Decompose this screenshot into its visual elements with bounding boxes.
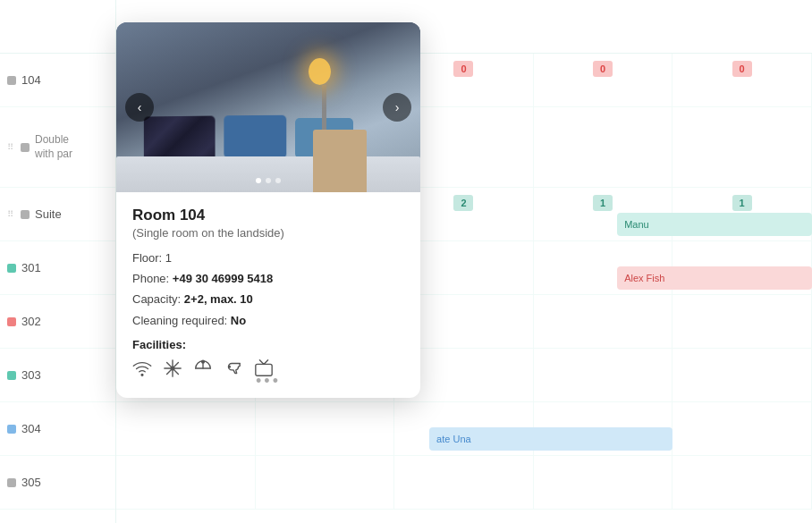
popup-phone: Phone: +49 30 46999 5418 (132, 271, 404, 287)
room-color-305 (7, 478, 16, 487)
sidebar-header (0, 0, 115, 54)
booking-alex-fish-label: Alex Fish (624, 273, 664, 283)
grid-cell-302-5 (672, 295, 812, 348)
wall-bg (116, 22, 420, 124)
popup-capacity: Capacity: 2+2, max. 10 (132, 291, 404, 308)
room-color-304 (7, 425, 16, 434)
grid-row-305 (116, 456, 812, 510)
popup-content: Room 104 (Single room on the landside) F… (116, 192, 420, 398)
room-row-304[interactable]: 304 (0, 402, 115, 456)
grid-cell-104-5: 0 (672, 54, 812, 106)
room-image-bg (116, 22, 420, 192)
cleaning-label: Cleaning required: (132, 314, 227, 327)
popup-card: ‹ › Room 104 (Single room on the landsid… (116, 22, 420, 398)
room-color-104 (7, 76, 16, 85)
carousel-dots (256, 178, 281, 183)
phone-label: Phone: (132, 272, 169, 285)
grid-cell-305-4 (534, 456, 673, 509)
room-label-303: 303 (21, 368, 41, 382)
room-label-double: Doublewith par (35, 133, 72, 161)
grid-cell-302-4 (534, 295, 673, 348)
avail-badge-0-5: 0 (732, 61, 752, 77)
booking-ate-una[interactable]: ate Una (429, 427, 672, 451)
grid-cell-304-2 (256, 402, 395, 455)
popup-room-subtitle: (Single room on the landside) (132, 226, 404, 240)
carousel-prev-button[interactable]: ‹ (125, 93, 154, 122)
grid-cell-303-5 (672, 349, 812, 401)
grid-cell-305-2 (256, 456, 395, 509)
cleaning-value: No (231, 314, 246, 327)
nightstand (313, 130, 367, 192)
grid-cell-305-1 (116, 456, 256, 509)
grid-cell-double-5 (672, 107, 812, 187)
dish-icon (193, 359, 213, 382)
avail-badge-suite-5: 1 (732, 195, 752, 211)
room-popup: ‹ › Room 104 (Single room on the landsid… (116, 22, 420, 398)
grid-row-304: ate Una (116, 402, 812, 456)
room-row-305[interactable]: 305 (0, 456, 115, 510)
floor-label: Floor: (132, 251, 162, 265)
carousel-dot-2 (266, 178, 271, 183)
avail-badge-0-4: 0 (593, 61, 613, 77)
room-color-301 (7, 264, 16, 273)
booking-manu-label: Manu (624, 219, 649, 230)
room-label-305: 305 (21, 476, 41, 489)
popup-floor: Floor: 1 (132, 250, 404, 266)
grid-cell-303-4 (534, 349, 673, 401)
popup-image-area: ‹ › (116, 22, 420, 192)
svg-point-0 (141, 374, 143, 375)
avail-badge-0-3: 0 (453, 61, 473, 77)
room-label-104: 104 (21, 73, 41, 87)
room-color-302 (7, 317, 16, 326)
room-color-double (21, 143, 30, 152)
room-label-304: 304 (21, 422, 41, 435)
svg-point-9 (229, 366, 231, 367)
facilities-label: Facilities: (132, 338, 404, 351)
hairdryer-icon (224, 359, 243, 382)
avail-badge-suite-3: 2 (453, 195, 473, 211)
room-label-suite: Suite (35, 207, 62, 221)
carousel-next-button[interactable]: › (383, 93, 411, 122)
room-row-302[interactable]: 302 (0, 295, 115, 349)
pillow-blue-1 (224, 115, 286, 158)
room-color-suite (21, 210, 30, 219)
booking-alex-fish[interactable]: Alex Fish (617, 266, 812, 290)
room-row-301[interactable]: 301 (0, 241, 115, 295)
room-row-303[interactable]: 303 (0, 349, 115, 402)
popup-cleaning: Cleaning required: No (132, 313, 404, 329)
capacity-label: Capacity: (132, 292, 181, 306)
grid-cell-305-3 (394, 456, 534, 509)
wifi-icon (132, 359, 152, 382)
room-sidebar: 104 ⠿ Doublewith par ⠿ Suite 301 302 303… (0, 0, 116, 523)
popup-room-title: Room 104 (132, 207, 404, 224)
room-row-double[interactable]: ⠿ Doublewith par (0, 107, 115, 188)
chevron-left-icon: ‹ (138, 100, 142, 114)
grid-cell-304-1 (116, 402, 256, 455)
lamp-shade (309, 58, 331, 85)
ac-icon (163, 359, 182, 382)
carousel-dot-1 (256, 178, 261, 183)
room-label-301: 301 (21, 261, 41, 274)
grid-cell-double-4 (534, 107, 673, 187)
avail-badge-suite-4: 1 (593, 195, 613, 211)
booking-ate-una-label: ate Una (436, 434, 471, 444)
phone-value: +49 30 46999 5418 (173, 272, 273, 285)
room-row-104[interactable]: 104 (0, 54, 115, 107)
grid-cell-104-4: 0 (534, 54, 673, 106)
bed-sheet (116, 156, 420, 192)
capacity-value: 2+2, max. 10 (184, 292, 253, 306)
floor-value: 1 (165, 251, 172, 265)
booking-manu[interactable]: Manu (617, 213, 812, 236)
grid-cell-304-5 (672, 402, 812, 455)
room-color-303 (7, 371, 16, 380)
room-label-302: 302 (21, 315, 41, 328)
chevron-right-icon: › (395, 100, 400, 114)
lamp-pole (322, 85, 326, 130)
drag-handle-suite[interactable]: ⠿ (7, 209, 13, 219)
grid-cell-305-5 (672, 456, 812, 509)
more-dots: ••• (256, 372, 281, 391)
drag-handle-double[interactable]: ⠿ (7, 142, 13, 152)
svg-point-8 (202, 360, 205, 363)
room-row-suite[interactable]: ⠿ Suite (0, 188, 115, 241)
carousel-dot-3 (275, 178, 281, 183)
